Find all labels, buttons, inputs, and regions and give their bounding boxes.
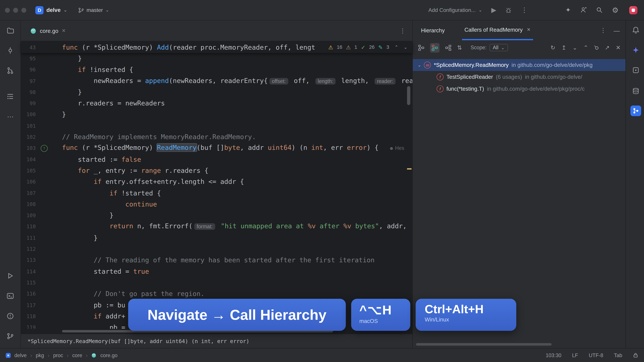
line-number[interactable]: 104 (21, 154, 36, 165)
refresh-icon[interactable]: ↻ (550, 44, 555, 51)
search-icon[interactable] (596, 6, 603, 13)
database-tool-icon[interactable] (626, 87, 644, 95)
code-line[interactable]: 106 if entry.offset+entry.length <= addr… (21, 176, 412, 187)
code-line[interactable]: 113 // The reading of the memory has bee… (21, 255, 412, 266)
close-window-icon[interactable] (5, 7, 10, 12)
line-number[interactable]: 113 (21, 255, 36, 266)
close-tab-icon[interactable]: ✕ (527, 27, 531, 32)
settings-gear-icon[interactable]: ⚙ (612, 6, 619, 14)
run-tool-icon[interactable] (0, 272, 20, 280)
code-line[interactable]: 100} (21, 109, 412, 120)
line-number[interactable]: 117 (21, 300, 36, 311)
code-line[interactable]: 107 if !started { (21, 187, 412, 199)
line-number[interactable]: 112 (21, 243, 36, 255)
structure-tool-icon[interactable] (0, 93, 20, 100)
line-number[interactable]: 95 (21, 53, 36, 64)
problems-tool-icon[interactable] (0, 312, 20, 320)
level-up-icon[interactable]: ↥ (562, 44, 566, 51)
line-number[interactable]: 115 (21, 277, 36, 288)
code-line[interactable]: 103↑func (r *SplicedMemory) ReadMemory(b… (21, 143, 412, 154)
line-number[interactable]: 102 (21, 131, 36, 143)
hide-panel-icon[interactable]: — (614, 27, 620, 34)
indent-indicator[interactable]: Tab (614, 352, 622, 358)
code-line[interactable]: 104 started := false (21, 154, 412, 165)
ai-assistant-tool-icon[interactable] (626, 46, 644, 54)
code-line[interactable]: 111 } (21, 232, 412, 244)
encoding-indicator[interactable]: UTF-8 (589, 352, 603, 358)
line-number[interactable]: 111 (21, 232, 36, 244)
line-number[interactable]: 105 (21, 165, 36, 176)
line-number[interactable]: 107 (21, 187, 36, 199)
line-number[interactable]: 119 (21, 322, 36, 329)
lock-icon[interactable] (633, 353, 638, 358)
code-line[interactable]: 96 if !inserted { (21, 64, 412, 75)
code-line[interactable]: 114 started = true (21, 266, 412, 277)
run-button[interactable]: ▶ (491, 7, 496, 13)
version-control-tool-icon[interactable] (0, 333, 20, 340)
code-line[interactable]: 112 (21, 243, 412, 255)
implements-icon[interactable]: ↑ (40, 145, 48, 152)
tab-options-icon[interactable]: ⋮ (400, 27, 406, 34)
pin-icon[interactable]: ⚲ (593, 44, 600, 51)
line-number[interactable]: 108 (21, 199, 36, 210)
line-number[interactable]: 106 (21, 176, 36, 187)
line-number[interactable]: 97 (21, 75, 36, 87)
close-panel-icon[interactable]: ✕ (616, 44, 621, 51)
line-number[interactable]: 98 (21, 86, 36, 98)
breadcrumb[interactable]: delve › pkg › proc › core › core.go (6, 352, 118, 358)
breadcrumb-item[interactable]: delve (14, 352, 27, 358)
close-tab-icon[interactable]: ✕ (62, 28, 66, 34)
pull-requests-tool-icon[interactable] (0, 67, 20, 74)
chevron-down-icon[interactable]: ⌄ (418, 63, 421, 67)
code-line[interactable]: 95 } (21, 53, 412, 64)
minimize-window-icon[interactable] (13, 7, 18, 12)
line-number[interactable]: 110 (21, 221, 36, 232)
callee-hierarchy-icon[interactable] (445, 44, 452, 51)
build-tool-icon[interactable] (626, 66, 644, 74)
more-tools-icon[interactable]: ⋯ (0, 113, 20, 121)
next-problem-icon[interactable]: ⌄ (404, 42, 408, 53)
open-in-new-icon[interactable]: ↗ (605, 44, 610, 51)
commit-tool-icon[interactable] (0, 47, 20, 54)
scope-select[interactable]: All ⌄ (489, 44, 508, 51)
run-configuration-selector[interactable]: Add Configuration... ⌄ (428, 7, 482, 13)
code-line[interactable]: 99 r.readers = newReaders (21, 98, 412, 109)
debug-icon[interactable] (505, 7, 512, 13)
caret-position[interactable]: 103:30 (546, 352, 562, 358)
project-switcher[interactable]: D delve ⌄ (36, 6, 67, 14)
method-hierarchy-icon[interactable] (418, 44, 425, 51)
line-number[interactable]: 100 (21, 109, 36, 120)
line-number[interactable]: 109 (21, 210, 36, 221)
prev-problem-icon[interactable]: ⌃ (394, 42, 398, 53)
code-line[interactable]: 105 for _, entry := range r.readers { (21, 165, 412, 176)
line-ending-indicator[interactable]: LF (572, 352, 578, 358)
more-actions-icon[interactable]: ⋮ (521, 7, 528, 13)
project-tool-icon[interactable] (0, 27, 20, 34)
collapse-all-icon[interactable]: ⌃ (584, 44, 588, 51)
code-line[interactable]: 101 (21, 120, 412, 131)
breadcrumb-item[interactable]: core (72, 352, 82, 358)
branch-switcher[interactable]: master ⌄ (78, 7, 109, 13)
line-number[interactable]: 114 (21, 266, 36, 277)
code-line[interactable]: 110 return n, fmt.Errorf(format: "hit un… (21, 221, 412, 232)
maximize-window-icon[interactable] (21, 7, 26, 12)
code-line[interactable]: 109 } (21, 210, 412, 221)
breadcrumb-item[interactable]: pkg (36, 352, 44, 358)
code-with-me-icon[interactable] (580, 6, 587, 13)
code-line[interactable]: 97 newReaders = append(newReaders, reade… (21, 75, 412, 87)
code-line[interactable]: 102// ReadMemory implements MemoryReader… (21, 131, 412, 143)
code-line[interactable]: 108 continue (21, 199, 412, 210)
terminal-tool-icon[interactable] (0, 292, 20, 300)
code-line[interactable]: 116 // Don't go past the region. (21, 288, 412, 300)
hierarchy-row-caller[interactable]: f TestSplicedReader (6 usages) in github… (413, 71, 626, 83)
line-number[interactable]: 103 (21, 143, 36, 154)
line-number[interactable]: 101 (21, 120, 36, 131)
line-number[interactable]: 99 (21, 98, 36, 109)
ai-assistant-icon[interactable]: ✦ (565, 6, 571, 14)
panel-options-icon[interactable]: ⋮ (600, 27, 606, 34)
expand-all-icon[interactable]: ⌄ (572, 44, 577, 51)
panel-horizontal-scrollbar[interactable] (416, 343, 552, 346)
code-line[interactable]: 115 (21, 277, 412, 288)
hierarchy-row-caller[interactable]: f func(*testing.T) in github.com/go-delv… (413, 83, 626, 95)
window-controls[interactable] (5, 7, 26, 12)
